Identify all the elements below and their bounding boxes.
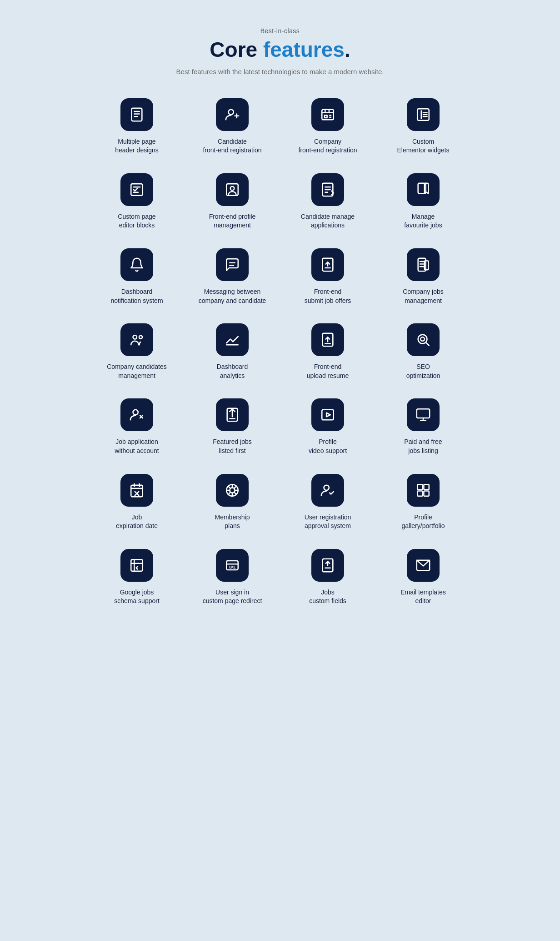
svg-point-39 (139, 336, 142, 339)
feature-label-company-candidates: Company candidates management (107, 362, 167, 380)
svg-text:URL: URL (229, 566, 236, 569)
eyebrow-text: Best-in-class (176, 27, 384, 35)
svg-rect-34 (425, 261, 429, 270)
user-approval-icon (311, 474, 344, 507)
feature-item-frontend-submit: Front-end submit job offers (285, 248, 371, 305)
feature-label-email-templates: Email templates editor (400, 588, 446, 606)
feature-label-frontend-upload: Front-end upload resume (307, 362, 349, 380)
subtitle-text: Best features with the latest technologi… (176, 68, 384, 75)
feature-label-custom-page-editor: Custom page editor blocks (118, 212, 155, 230)
elementor-icon (407, 98, 440, 131)
featured-jobs-icon (216, 398, 249, 431)
feature-item-seo: SEO optimization (380, 323, 466, 380)
candidates-mgmt-icon (120, 323, 153, 356)
feature-label-user-signin: User sign in custom page redirect (203, 588, 262, 606)
svg-point-4 (229, 109, 234, 114)
svg-point-38 (133, 335, 137, 339)
company-reg-icon (311, 98, 344, 131)
upload-resume-icon (311, 323, 344, 356)
feature-label-featured-jobs: Featured jobs listed first (213, 438, 252, 455)
feature-label-company-registration: Company front-end registration (298, 137, 357, 155)
feature-item-user-signin: URLUser sign in custom page redirect (189, 549, 275, 606)
feature-label-candidate-manage: Candidate manage applications (301, 212, 355, 230)
svg-point-73 (324, 485, 329, 490)
profile-mgmt-icon (216, 173, 249, 206)
svg-line-69 (228, 486, 230, 488)
editor-icon (120, 173, 153, 206)
svg-rect-10 (325, 115, 327, 118)
feature-label-paid-free: Paid and free jobs listing (404, 438, 442, 455)
feature-item-job-application-no-account: Job application without account (94, 398, 180, 455)
feature-label-candidate-registration: Candidate front-end registration (203, 137, 261, 155)
svg-point-23 (230, 186, 235, 191)
feature-label-jobs-custom-fields: Jobs custom fields (309, 588, 346, 606)
svg-line-44 (426, 343, 429, 346)
feature-item-google-jobs: Google jobs schema support (94, 549, 180, 606)
url-icon: URL (216, 549, 249, 582)
feature-label-job-application-no-account: Job application without account (115, 438, 159, 455)
feature-label-user-registration: User registration approval system (305, 513, 351, 531)
feature-label-manage-favourite: Manage favourite jobs (404, 212, 442, 230)
features-grid: Multiple page header designsCandidate fr… (94, 98, 466, 606)
feature-label-messaging: Messaging between company and candidate (199, 287, 266, 305)
feature-label-seo: SEO optimization (406, 362, 440, 380)
feature-item-company-jobs: Company jobs management (380, 248, 466, 305)
jobs-mgmt-icon (407, 248, 440, 281)
svg-line-70 (235, 492, 237, 494)
feature-label-job-expiration: Job expiration date (116, 513, 158, 531)
gallery-icon (407, 474, 440, 507)
feature-label-multiple-page-header: Multiple page header designs (115, 137, 159, 155)
feature-item-featured-jobs: Featured jobs listed first (189, 398, 275, 455)
feature-item-email-templates: Email templates editor (380, 549, 466, 606)
candidate-apps-icon (311, 173, 344, 206)
svg-rect-74 (417, 484, 422, 489)
feature-label-custom-elementor: Custom Elementor widgets (397, 137, 449, 155)
feature-item-jobs-custom-fields: Jobs custom fields (285, 549, 371, 606)
feature-item-candidate-manage: Candidate manage applications (285, 173, 371, 230)
feature-label-profile-video: Profile video support (309, 438, 347, 455)
svg-rect-57 (131, 485, 143, 497)
analytics-icon (216, 323, 249, 356)
feature-item-profile-gallery: Profile gallery/portfolio (380, 474, 466, 531)
favourite-icon (407, 173, 440, 206)
google-jobs-icon (120, 549, 153, 582)
svg-line-72 (228, 492, 230, 494)
feature-item-user-registration: User registration approval system (285, 474, 371, 531)
feature-item-multiple-page-header: Multiple page header designs (94, 98, 180, 155)
feature-label-frontend-profile: Front-end profile management (209, 212, 256, 230)
svg-rect-75 (424, 484, 429, 489)
page-header: Best-in-class Core features. Best featur… (176, 27, 384, 75)
email-icon (407, 549, 440, 582)
submit-job-icon (311, 248, 344, 281)
user-add-icon (216, 98, 249, 131)
feature-item-company-registration: Company front-end registration (285, 98, 371, 155)
svg-point-46 (133, 410, 138, 415)
feature-label-membership: Membership plans (215, 513, 250, 531)
feature-item-frontend-profile: Front-end profile management (189, 173, 275, 230)
svg-marker-53 (326, 413, 330, 417)
feature-item-custom-page-editor: Custom page editor blocks (94, 173, 180, 230)
title-blue: features (263, 38, 345, 61)
svg-rect-0 (132, 108, 142, 121)
svg-line-71 (235, 486, 237, 488)
bell-icon (120, 248, 153, 281)
feature-item-candidate-registration: Candidate front-end registration (189, 98, 275, 155)
main-title: Core features. (176, 38, 384, 61)
svg-rect-78 (131, 559, 143, 571)
page-icon (120, 98, 153, 131)
feature-item-dashboard-notification: Dashboard notification system (94, 248, 180, 305)
video-icon (311, 398, 344, 431)
feature-label-dashboard-analytics: Dashboard analytics (217, 362, 248, 380)
feature-label-google-jobs: Google jobs schema support (114, 588, 160, 606)
feature-item-membership: Membership plans (189, 474, 275, 531)
svg-rect-54 (417, 409, 430, 418)
feature-item-profile-video: Profile video support (285, 398, 371, 455)
feature-label-company-jobs: Company jobs management (403, 287, 444, 305)
calendar-x-icon (120, 474, 153, 507)
feature-item-job-expiration: Job expiration date (94, 474, 180, 531)
svg-rect-7 (322, 109, 334, 120)
feature-item-dashboard-analytics: Dashboard analytics (189, 323, 275, 380)
svg-point-43 (418, 335, 427, 344)
title-plain: Core (210, 38, 263, 61)
no-account-icon (120, 398, 153, 431)
